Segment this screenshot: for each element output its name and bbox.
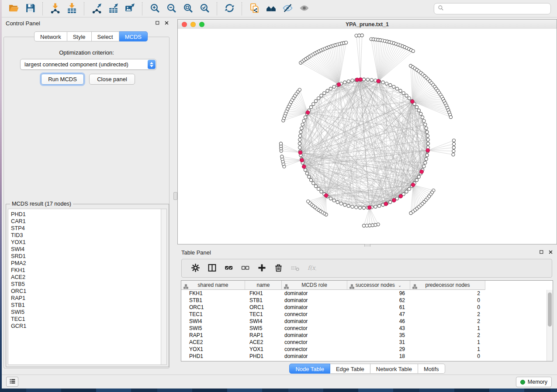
cell-predecessor-nodes[interactable]: 2 bbox=[410, 311, 485, 318]
tab-edge-table[interactable]: Edge Table bbox=[330, 364, 370, 374]
copy-network-button[interactable] bbox=[247, 2, 262, 16]
cell-predecessor-nodes[interactable]: 0 bbox=[410, 304, 485, 311]
import-table-button[interactable] bbox=[64, 2, 79, 16]
mcds-result-item[interactable]: ORC1 bbox=[11, 288, 161, 295]
export-network-button[interactable] bbox=[89, 2, 104, 16]
node-table-scrollbar[interactable] bbox=[547, 290, 553, 361]
tab-motifs[interactable]: Motifs bbox=[418, 364, 445, 374]
cell-successor-nodes[interactable]: 46 bbox=[347, 318, 410, 325]
mcds-result-item[interactable]: PMA2 bbox=[11, 260, 161, 267]
search-box[interactable] bbox=[434, 3, 551, 14]
export-table-button[interactable] bbox=[106, 2, 121, 16]
zoom-selected-button[interactable] bbox=[197, 2, 212, 16]
mcds-result-item[interactable]: GCR1 bbox=[11, 323, 161, 330]
run-mcds-button[interactable]: Run MCDS bbox=[41, 74, 84, 85]
cell-successor-nodes[interactable]: 47 bbox=[347, 311, 410, 318]
cell-predecessor-nodes[interactable]: 1 bbox=[410, 339, 485, 346]
cell-successor-nodes[interactable]: 18 bbox=[347, 353, 410, 360]
cell-shared-name[interactable]: PHD1 bbox=[181, 353, 245, 360]
cell-name[interactable]: ACE2 bbox=[245, 339, 282, 346]
cell-name[interactable]: RAP1 bbox=[245, 332, 282, 339]
search-input[interactable] bbox=[446, 4, 550, 14]
cell-name[interactable]: STB1 bbox=[245, 297, 282, 304]
close-panel-icon[interactable] bbox=[163, 20, 170, 26]
float-table-panel-icon[interactable] bbox=[538, 249, 544, 255]
zoom-fit-button[interactable] bbox=[180, 2, 195, 16]
mcds-result-scrollbar[interactable] bbox=[161, 209, 167, 365]
column-header-shared-name[interactable]: shared name bbox=[181, 281, 245, 290]
cell-shared-name[interactable]: ACE2 bbox=[181, 339, 245, 346]
save-session-button[interactable] bbox=[23, 2, 38, 16]
export-image-button[interactable] bbox=[122, 2, 137, 16]
cell-shared-name[interactable]: TEC1 bbox=[181, 311, 245, 318]
cell-MCDS-role[interactable]: dominator bbox=[282, 290, 347, 297]
column-header-successor-nodes[interactable]: successor nodes⌄ bbox=[347, 281, 410, 290]
table-row[interactable]: RAP1RAP1dominator352 bbox=[181, 332, 547, 339]
tab-select[interactable]: Select bbox=[92, 31, 119, 41]
mcds-result-item[interactable]: RAP1 bbox=[11, 295, 161, 302]
cell-shared-name[interactable]: SWI4 bbox=[181, 318, 245, 325]
table-row[interactable]: STB1STB1dominator620 bbox=[181, 297, 547, 304]
mcds-result-item[interactable]: SWI4 bbox=[11, 246, 161, 253]
mcds-result-item[interactable]: STB5 bbox=[11, 281, 161, 288]
mcds-result-list[interactable]: PHD1CAR1STP4TID3YOX1SWI4SRD1PMA2FKH1ACE2… bbox=[8, 209, 161, 365]
cell-predecessor-nodes[interactable]: 1 bbox=[410, 346, 485, 353]
zoom-in-button[interactable] bbox=[147, 2, 162, 16]
cell-name[interactable]: ORC1 bbox=[245, 304, 282, 311]
tab-style[interactable]: Style bbox=[67, 31, 92, 41]
mcds-result-item[interactable]: TEC1 bbox=[11, 316, 161, 323]
table-row[interactable]: YOX1YOX1connector291 bbox=[181, 346, 547, 353]
cell-name[interactable]: YOX1 bbox=[245, 346, 282, 353]
mcds-result-item[interactable]: SWI5 bbox=[11, 309, 161, 316]
mcds-result-item[interactable]: TID3 bbox=[11, 232, 161, 239]
cell-predecessor-nodes[interactable]: 2 bbox=[410, 318, 485, 325]
first-neighbors-button[interactable] bbox=[263, 2, 278, 16]
show-all-button[interactable] bbox=[297, 2, 311, 16]
cell-MCDS-role[interactable]: connector bbox=[282, 346, 347, 353]
column-header-MCDS-role[interactable]: MCDS role bbox=[282, 281, 347, 290]
cell-MCDS-role[interactable]: dominator bbox=[282, 318, 347, 325]
cell-shared-name[interactable]: RAP1 bbox=[181, 332, 245, 339]
cell-name[interactable]: SWI5 bbox=[245, 325, 282, 332]
zoom-out-button[interactable] bbox=[164, 2, 179, 16]
unselect-all-columns-button[interactable] bbox=[239, 262, 252, 275]
column-header-predecessor-nodes[interactable]: predecessor nodes bbox=[410, 281, 485, 290]
table-row[interactable]: ACE2ACE2connector311 bbox=[181, 339, 547, 346]
cell-shared-name[interactable]: STB1 bbox=[181, 297, 245, 304]
cell-predecessor-nodes[interactable]: 1 bbox=[410, 325, 485, 332]
mcds-result-item[interactable]: PHD1 bbox=[11, 211, 161, 218]
cell-name[interactable]: PHD1 bbox=[245, 353, 282, 360]
mcds-result-item[interactable]: STP4 bbox=[11, 225, 161, 232]
cell-successor-nodes[interactable]: 29 bbox=[347, 346, 410, 353]
mcds-result-item[interactable]: YOX1 bbox=[11, 239, 161, 246]
table-row[interactable]: ORC1ORC1dominator610 bbox=[181, 304, 547, 311]
network-window-titlebar[interactable]: YPA_prune.txt_1 bbox=[178, 20, 557, 29]
cell-shared-name[interactable]: ORC1 bbox=[181, 304, 245, 311]
network-canvas[interactable] bbox=[178, 29, 557, 244]
import-network-button[interactable] bbox=[48, 2, 62, 16]
select-all-columns-button[interactable] bbox=[222, 262, 235, 275]
close-table-panel-icon[interactable] bbox=[547, 249, 554, 255]
tab-network-table[interactable]: Network Table bbox=[370, 364, 418, 374]
cell-predecessor-nodes[interactable]: 2 bbox=[410, 332, 485, 339]
cell-MCDS-role[interactable]: dominator bbox=[282, 304, 347, 311]
vertical-splitter-grip[interactable] bbox=[173, 192, 177, 200]
table-row[interactable]: PHD1PHD1dominator180 bbox=[181, 353, 547, 360]
hide-selected-button[interactable] bbox=[280, 2, 295, 16]
table-row[interactable]: SWI5SWI5connector431 bbox=[181, 325, 547, 332]
network-graph[interactable] bbox=[178, 29, 557, 244]
cell-shared-name[interactable]: SWI5 bbox=[181, 325, 245, 332]
table-row[interactable]: TEC1TEC1connector472 bbox=[181, 311, 547, 318]
add-column-button[interactable] bbox=[255, 262, 268, 275]
cell-predecessor-nodes[interactable]: 0 bbox=[410, 297, 485, 304]
table-row[interactable]: SWI4SWI4dominator462 bbox=[181, 318, 547, 325]
cell-predecessor-nodes[interactable]: 0 bbox=[410, 353, 485, 360]
cell-successor-nodes[interactable]: 96 bbox=[347, 290, 410, 297]
mcds-result-item[interactable]: CAR1 bbox=[11, 218, 161, 225]
scrollbar-thumb[interactable] bbox=[548, 292, 552, 327]
mcds-result-item[interactable]: ACE2 bbox=[11, 274, 161, 281]
cell-MCDS-role[interactable]: dominator bbox=[282, 353, 347, 360]
cell-MCDS-role[interactable]: connector bbox=[282, 339, 347, 346]
refresh-view-button[interactable] bbox=[222, 2, 237, 16]
close-panel-button[interactable]: Close panel bbox=[89, 74, 135, 85]
